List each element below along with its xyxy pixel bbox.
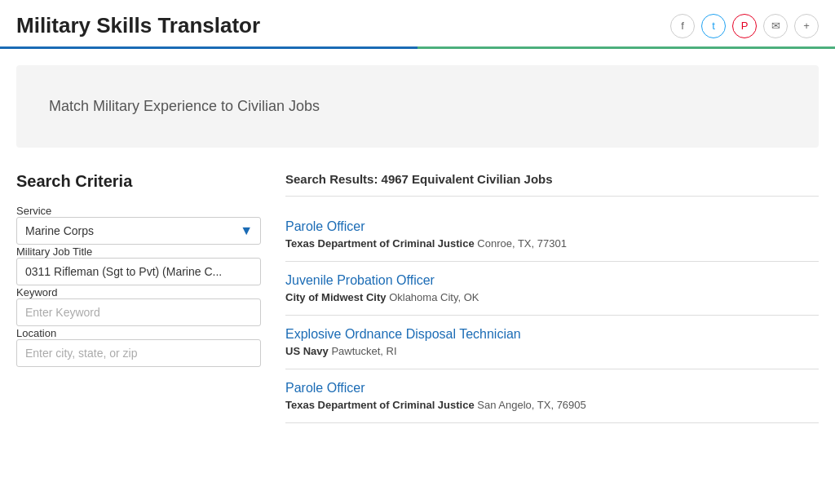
search-criteria-title: Search Criteria xyxy=(16,172,261,191)
job-item: Juvenile Probation Officer City of Midwe… xyxy=(285,262,819,316)
results-count: Search Results: 4967 Equivalent Civilian… xyxy=(285,172,819,197)
job-title-link[interactable]: Explosive Ordnance Disposal Technician xyxy=(285,327,819,342)
job-meta: Texas Department of Criminal Justice San… xyxy=(285,399,819,411)
page-header: Military Skills Translator f t P ✉ + xyxy=(0,0,835,49)
job-meta: Texas Department of Criminal Justice Con… xyxy=(285,237,819,250)
military-job-title-input[interactable] xyxy=(16,258,261,285)
service-label: Service xyxy=(16,205,51,217)
job-item: Parole Officer Texas Department of Crimi… xyxy=(285,369,819,423)
keyword-input[interactable] xyxy=(16,298,261,326)
location-label: Location xyxy=(16,327,56,339)
location-input[interactable] xyxy=(16,339,261,367)
job-title-label: Military Job Title xyxy=(16,245,92,258)
hero-text: Match Military Experience to Civilian Jo… xyxy=(49,98,786,115)
job-location-text: Oklahoma City, OK xyxy=(389,291,479,303)
job-meta: City of Midwest City Oklahoma City, OK xyxy=(285,291,819,303)
job-location-text: Conroe, TX, 77301 xyxy=(477,237,567,250)
service-select[interactable]: Marine Corps Army Navy Air Force Coast G… xyxy=(16,217,261,245)
social-icons-bar: f t P ✉ + xyxy=(670,14,819,38)
job-org: Texas Department of Criminal Justice xyxy=(285,399,475,411)
results-panel: Search Results: 4967 Equivalent Civilian… xyxy=(285,172,819,423)
add-icon[interactable]: + xyxy=(794,14,819,38)
search-criteria-panel: Search Criteria Service Marine Corps Arm… xyxy=(16,172,261,423)
service-select-wrapper: Marine Corps Army Navy Air Force Coast G… xyxy=(16,217,261,245)
pinterest-icon[interactable]: P xyxy=(732,14,757,38)
job-title-link[interactable]: Parole Officer xyxy=(285,219,819,234)
hero-banner: Match Military Experience to Civilian Jo… xyxy=(16,65,819,148)
job-org: Texas Department of Criminal Justice xyxy=(285,237,475,250)
job-item: Explosive Ordnance Disposal Technician U… xyxy=(285,316,819,369)
job-item: Parole Officer Texas Department of Crimi… xyxy=(285,208,819,262)
job-meta: US Navy Pawtucket, RI xyxy=(285,345,819,357)
job-location-text: San Angelo, TX, 76905 xyxy=(477,399,585,411)
email-icon[interactable]: ✉ xyxy=(763,14,788,38)
job-location-text: Pawtucket, RI xyxy=(331,345,396,357)
main-content: Search Criteria Service Marine Corps Arm… xyxy=(0,164,835,440)
job-title-link[interactable]: Parole Officer xyxy=(285,381,819,396)
page-title: Military Skills Translator xyxy=(16,13,260,38)
job-org: City of Midwest City xyxy=(285,291,387,303)
job-title-link[interactable]: Juvenile Probation Officer xyxy=(285,273,819,288)
twitter-icon[interactable]: t xyxy=(701,14,726,38)
keyword-label: Keyword xyxy=(16,286,58,298)
facebook-icon[interactable]: f xyxy=(670,14,695,38)
job-org: US Navy xyxy=(285,345,329,357)
